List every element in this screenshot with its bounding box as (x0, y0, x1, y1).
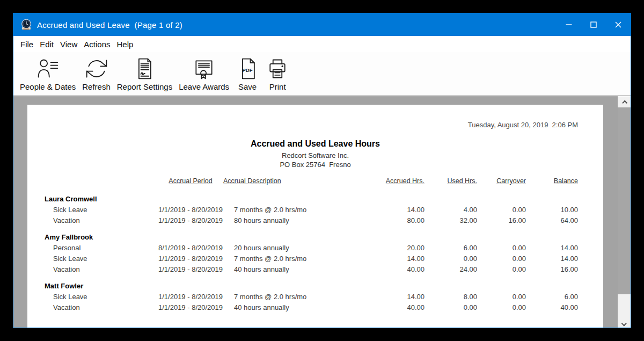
cell-description: 7 months @ 2.0 hrs/mo (223, 253, 375, 264)
minimize-icon (566, 21, 572, 28)
cell-carryover: 16.00 (477, 215, 526, 226)
tool-label: Print (269, 82, 286, 91)
cell-balance: 16.00 (526, 264, 578, 274)
report-settings-icon (133, 57, 156, 81)
tool-label: Leave Awards (179, 82, 229, 91)
menu-actions[interactable]: Actions (84, 38, 115, 50)
tool-label: Report Settings (117, 82, 172, 91)
menu-help[interactable]: Help (116, 38, 138, 50)
titlebar[interactable]: Accrued and Used Leave (Page 1 of 2) (13, 13, 631, 36)
cell-accrued: 80.00 (375, 215, 425, 226)
cell-balance: 6.00 (526, 291, 578, 302)
people-dates-button[interactable]: People & Dates (17, 56, 79, 92)
col-accrual-period: Accrual Period (158, 177, 223, 187)
cell-used: 24.00 (425, 264, 477, 274)
cell-used: 0.00 (425, 253, 477, 264)
cell-period: 1/1/2019 - 8/20/2019 (158, 302, 223, 313)
leave-row: Vacation1/1/2019 - 8/20/201940 hours ann… (45, 264, 578, 274)
leave-row: Vacation1/1/2019 - 8/20/201980 hours ann… (45, 215, 578, 226)
cell-period: 1/1/2019 - 8/20/2019 (158, 204, 223, 215)
window-title: Accrued and Used Leave (Page 1 of 2) (37, 20, 182, 30)
employee-name-row: Laura Cromwell (45, 187, 578, 204)
close-button[interactable] (606, 13, 631, 36)
report-timestamp: Tuesday, August 20, 2019 2:06 PM (27, 105, 603, 129)
close-icon (615, 21, 621, 28)
report-page: Tuesday, August 20, 2019 2:06 PM Accrued… (27, 105, 603, 328)
cell-leave: Sick Leave (45, 291, 158, 302)
maximize-icon (590, 21, 597, 28)
cell-balance: 14.00 (526, 242, 578, 253)
cell-used: 6.00 (425, 242, 477, 253)
cell-accrued: 14.00 (375, 204, 425, 215)
menu-file[interactable]: File (20, 38, 38, 50)
cell-accrued: 14.00 (375, 253, 425, 264)
cell-balance: 10.00 (526, 204, 578, 215)
menu-view[interactable]: View (60, 38, 82, 50)
cell-description: 7 months @ 2.0 hrs/mo (223, 204, 375, 215)
col-accrual-description: Accrual Description (223, 177, 375, 187)
scroll-up-button[interactable] (618, 96, 631, 107)
employee-name-row: Amy Fallbrook (45, 226, 578, 242)
window-controls (557, 13, 631, 36)
col-used-hrs: Used Hrs. (425, 177, 477, 187)
menubar: File Edit View Actions Help (13, 36, 631, 52)
cell-used: 0.00 (425, 302, 477, 313)
cell-used: 32.00 (425, 215, 477, 226)
leave-awards-button[interactable]: Leave Awards (175, 56, 232, 92)
cell-balance: 40.00 (526, 302, 578, 313)
cell-carryover: 0.00 (477, 242, 526, 253)
cell-used: 8.00 (425, 291, 477, 302)
minimize-button[interactable] (557, 13, 581, 36)
maximize-button[interactable] (581, 13, 606, 36)
cell-carryover: 0.00 (477, 204, 526, 215)
people-dates-icon (36, 57, 60, 81)
col-balance: Balance (526, 177, 578, 187)
cell-description: 80 hours annually (223, 215, 375, 226)
tool-label: Refresh (82, 82, 111, 91)
cell-leave: Personal (45, 242, 158, 253)
cell-balance: 64.00 (526, 215, 578, 226)
scrollbar-track[interactable] (618, 107, 631, 317)
cell-period: 1/1/2019 - 8/20/2019 (158, 215, 223, 226)
save-pdf-icon: PDF (236, 57, 259, 81)
cell-accrued: 14.00 (375, 291, 425, 302)
timeclock-clock-icon (20, 19, 32, 31)
employee-name: Matt Fowler (45, 274, 578, 291)
cell-accrued: 20.00 (375, 242, 425, 253)
chevron-down-icon (621, 321, 626, 326)
leave-row: Sick Leave1/1/2019 - 8/20/20197 months @… (45, 204, 578, 215)
employee-name: Laura Cromwell (45, 187, 578, 204)
cell-description: 40 hours annually (223, 264, 375, 274)
report-settings-button[interactable]: Report Settings (114, 56, 175, 92)
tool-label: Save (238, 82, 257, 91)
report-company: Redcort Software Inc. (27, 151, 603, 159)
cell-description: 20 hours annually (223, 242, 375, 253)
leave-row: Personal8/1/2019 - 8/20/201920 hours ann… (45, 242, 578, 253)
cell-carryover: 0.00 (477, 302, 526, 313)
menu-edit[interactable]: Edit (40, 38, 58, 50)
vertical-scrollbar[interactable] (618, 96, 631, 328)
print-button[interactable]: Print (262, 56, 292, 92)
cell-leave: Vacation (45, 302, 158, 313)
cell-used: 4.00 (425, 204, 477, 215)
print-icon (266, 57, 289, 81)
cell-period: 1/1/2019 - 8/20/2019 (158, 253, 223, 264)
save-button[interactable]: PDF Save (232, 56, 262, 92)
table-header-row: Accrual Period Accrual Description Accru… (45, 177, 578, 187)
refresh-icon (85, 57, 108, 81)
cell-description: 7 months @ 2.0 hrs/mo (223, 291, 375, 302)
report-address: PO Box 25764 Fresno (27, 161, 603, 169)
cell-leave: Vacation (45, 215, 158, 226)
cell-leave: Sick Leave (45, 253, 158, 264)
svg-text:PDF: PDF (243, 67, 253, 73)
refresh-button[interactable]: Refresh (79, 56, 114, 92)
col-spacer (45, 177, 158, 187)
chevron-up-icon (622, 100, 627, 105)
employee-name: Amy Fallbrook (45, 226, 578, 242)
scrollbar-thumb[interactable] (618, 107, 631, 294)
leave-row: Sick Leave1/1/2019 - 8/20/20197 months @… (45, 291, 578, 302)
cell-accrued: 40.00 (375, 302, 425, 313)
leave-row: Sick Leave1/1/2019 - 8/20/20197 months @… (45, 253, 578, 264)
cell-carryover: 0.00 (477, 291, 526, 302)
scroll-down-button[interactable] (618, 317, 631, 328)
